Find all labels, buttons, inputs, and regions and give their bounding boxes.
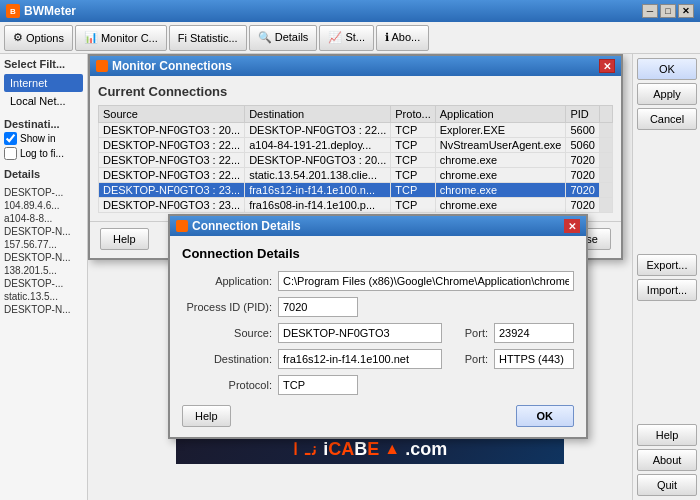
col-destination: Destination (245, 106, 391, 123)
details-help-btn[interactable]: Help (182, 405, 231, 427)
right-spacer2 (637, 304, 696, 422)
table-row[interactable]: DESKTOP-NF0GTO3 : 23...fra16s08-in-f14.1… (99, 198, 613, 213)
right-panel: OK Apply Cancel Export... Import... Help… (632, 54, 700, 500)
watermark-arabic: نـ ا (293, 440, 318, 459)
conn-details-close-btn[interactable]: ✕ (564, 219, 580, 233)
cell-application: chrome.exe (435, 183, 566, 198)
options-btn[interactable]: ⚙ Options (4, 25, 73, 51)
maximize-btn[interactable]: □ (660, 4, 676, 18)
details-section-title: Details (4, 168, 83, 180)
cell-protocol: TCP (391, 138, 435, 153)
dest-port-input[interactable] (494, 349, 574, 369)
monitor-help-btn[interactable]: Help (100, 228, 149, 250)
source-row: Source: Port: (182, 323, 574, 343)
log-to-checkbox[interactable] (4, 147, 17, 160)
watermark-com: .com (400, 439, 447, 460)
title-controls: ─ □ ✕ (642, 4, 694, 18)
about-label: ℹ Abo... (385, 31, 420, 44)
conn-details-icon (176, 220, 188, 232)
detail-item-4: DESKTOP-N... (4, 225, 83, 238)
help-right-btn[interactable]: Help (637, 424, 697, 446)
cell-destination: fra16s08-in-f14.1e100.p... (245, 198, 391, 213)
about-toolbar-btn[interactable]: ℹ Abo... (376, 25, 429, 51)
details-label: 🔍 Details (258, 31, 309, 44)
stat-btn[interactable]: 📈 St... (319, 25, 374, 51)
dest-port-label: Port: (448, 353, 488, 365)
application-input[interactable] (278, 271, 574, 291)
col-pid: PID (566, 106, 599, 123)
col-scroll (599, 106, 612, 123)
destination-section: Destinati... (4, 118, 83, 130)
detail-item-10: DESKTOP-N... (4, 303, 83, 316)
protocol-row: Protocol: (182, 375, 574, 395)
cell-application: Explorer.EXE (435, 123, 566, 138)
cell-destination: a104-84-191-21.deploy... (245, 138, 391, 153)
cell-source: DESKTOP-NF0GTO3 : 22... (99, 153, 245, 168)
about-btn[interactable]: About (637, 449, 697, 471)
cell-source: DESKTOP-NF0GTO3 : 23... (99, 198, 245, 213)
app-title: BWMeter (24, 4, 76, 18)
table-row[interactable]: DESKTOP-NF0GTO3 : 22...a104-84-191-21.de… (99, 138, 613, 153)
cell-application: chrome.exe (435, 153, 566, 168)
cell-destination: fra16s12-in-f14.1e100.n... (245, 183, 391, 198)
detail-item-3: a104-8-8... (4, 212, 83, 225)
pid-input[interactable] (278, 297, 358, 317)
title-bar: B BWMeter ─ □ ✕ (0, 0, 700, 22)
export-btn[interactable]: Export... (637, 254, 697, 276)
details-ok-btn[interactable]: OK (516, 405, 575, 427)
table-row[interactable]: DESKTOP-NF0GTO3 : 22...DESKTOP-NF0GTO3 :… (99, 153, 613, 168)
source-input[interactable] (278, 323, 442, 343)
source-label: Source: (182, 327, 272, 339)
detail-item-8: DESKTOP-... (4, 277, 83, 290)
protocol-label: Protocol: (182, 379, 272, 391)
cell-protocol: TCP (391, 183, 435, 198)
app-icon: B (6, 4, 20, 18)
show-in-label: Show in (20, 133, 56, 144)
cell-pid: 7020 (566, 183, 599, 198)
source-port-label: Port: (448, 327, 488, 339)
show-in-checkbox[interactable] (4, 132, 17, 145)
minimize-btn[interactable]: ─ (642, 4, 658, 18)
apply-btn[interactable]: Apply (637, 83, 697, 105)
options-icon: ⚙ (13, 31, 23, 44)
cell-protocol: TCP (391, 198, 435, 213)
table-row[interactable]: DESKTOP-NF0GTO3 : 22...static.13.54.201.… (99, 168, 613, 183)
cell-source: DESKTOP-NF0GTO3 : 22... (99, 168, 245, 183)
select-filter-title: Select Filt... (4, 58, 83, 70)
import-btn[interactable]: Import... (637, 279, 697, 301)
monitor-close-btn[interactable]: ✕ (599, 59, 615, 73)
table-row[interactable]: DESKTOP-NF0GTO3 : 20...DESKTOP-NF0GTO3 :… (99, 123, 613, 138)
cell-pid: 7020 (566, 168, 599, 183)
filter-btn[interactable]: Fi Statistic... (169, 25, 247, 51)
close-btn[interactable]: ✕ (678, 4, 694, 18)
show-in-row: Show in (4, 132, 83, 145)
monitor-title-bar: Monitor Connections ✕ (90, 56, 621, 76)
conn-details-title: Connection Details (192, 219, 301, 233)
cell-destination: static.13.54.201.138.clie... (245, 168, 391, 183)
toolbar: ⚙ Options 📊 Monitor C... Fi Statistic...… (0, 22, 700, 54)
filter-localnet[interactable]: Local Net... (4, 92, 83, 110)
cell-protocol: TCP (391, 153, 435, 168)
protocol-input[interactable] (278, 375, 358, 395)
cell-source: DESKTOP-NF0GTO3 : 22... (99, 138, 245, 153)
cancel-btn[interactable]: Cancel (637, 108, 697, 130)
log-to-label: Log to fi... (20, 148, 64, 159)
monitor-btn[interactable]: 📊 Monitor C... (75, 25, 167, 51)
col-protocol: Proto... (391, 106, 435, 123)
details-btn[interactable]: 🔍 Details (249, 25, 318, 51)
detail-item-9: static.13.5... (4, 290, 83, 303)
cell-application: chrome.exe (435, 198, 566, 213)
quit-btn[interactable]: Quit (637, 474, 697, 496)
monitor-icon (96, 60, 108, 72)
cell-source: DESKTOP-NF0GTO3 : 20... (99, 123, 245, 138)
details-section: DESKTOP-... 104.89.4.6... a104-8-8... DE… (4, 186, 83, 316)
monitor-content: Current Connections Source Destination P… (90, 76, 621, 221)
filter-internet[interactable]: Internet (4, 74, 83, 92)
monitor-title: Monitor Connections (112, 59, 232, 73)
conn-details-section-title: Connection Details (182, 246, 574, 261)
destination-input[interactable] (278, 349, 442, 369)
source-port-input[interactable] (494, 323, 574, 343)
table-row[interactable]: DESKTOP-NF0GTO3 : 23...fra16s12-in-f14.1… (99, 183, 613, 198)
cell-protocol: TCP (391, 123, 435, 138)
ok-btn[interactable]: OK (637, 58, 697, 80)
